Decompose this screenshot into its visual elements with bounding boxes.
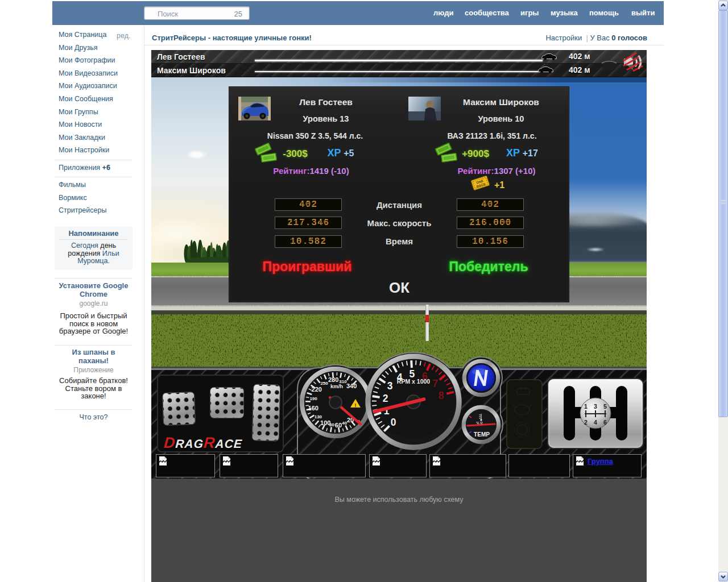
svg-text:5: 5 — [603, 403, 607, 410]
svg-text:250: 250 — [320, 381, 328, 386]
svg-text:3: 3 — [594, 403, 597, 410]
svg-text:8: 8 — [439, 390, 444, 401]
svg-text:40: 40 — [342, 421, 347, 426]
svg-text:0: 0 — [391, 417, 396, 428]
svg-text:2: 2 — [383, 393, 388, 404]
svg-text:190: 190 — [309, 396, 317, 401]
svg-text:160: 160 — [308, 405, 318, 411]
svg-text:RPM x 1000: RPM x 1000 — [397, 378, 431, 385]
svg-text:2: 2 — [584, 419, 588, 426]
svg-text:220: 220 — [312, 386, 322, 393]
svg-text:km/h: km/h — [330, 383, 343, 389]
svg-text:100: 100 — [320, 419, 330, 426]
svg-text:6: 6 — [603, 419, 607, 426]
svg-text:340: 340 — [346, 383, 357, 389]
svg-text:3: 3 — [387, 380, 393, 392]
svg-text:TEMP: TEMP — [474, 431, 490, 438]
svg-text:4: 4 — [594, 419, 597, 426]
svg-text:280: 280 — [328, 376, 338, 383]
svg-text:7: 7 — [432, 378, 438, 389]
svg-text:!: ! — [355, 402, 357, 408]
svg-text:130: 130 — [315, 414, 322, 419]
svg-text:1: 1 — [584, 403, 588, 410]
svg-text:60: 60 — [335, 422, 342, 429]
